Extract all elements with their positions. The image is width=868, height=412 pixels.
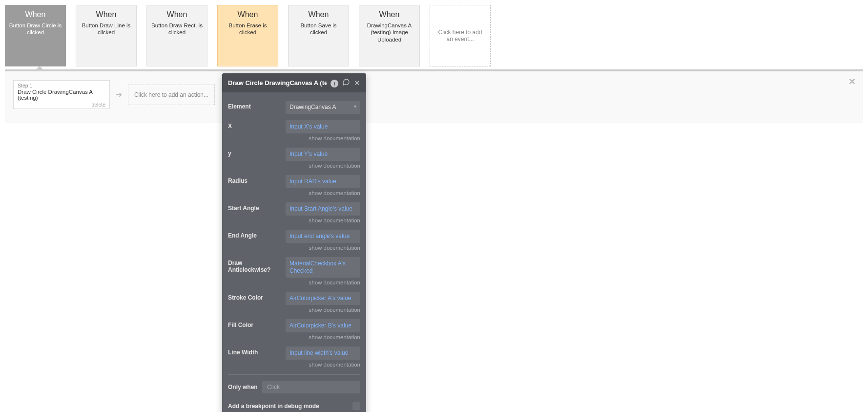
event-when-label: When [167,10,187,19]
event-when-label: When [25,10,46,19]
event-when-label: When [379,10,400,19]
event-card-draw-circle[interactable]: When Button Draw Circle is clicked [5,5,66,66]
property-panel-header[interactable]: Draw Circle DrawingCanvas A (te i ✕ [222,73,366,92]
property-row-x: X Input X's value show documentation [228,114,360,128]
step-draw-circle[interactable]: Step 1 Draw Circle DrawingCanvas A (test… [13,80,110,109]
event-desc: Button Save is clicked [291,22,346,36]
arrow-right-icon: ➔ [116,90,122,99]
event-when-label: When [238,10,258,19]
property-row-element: Element DrawingCanvas A [228,94,360,114]
property-panel: Draw Circle DrawingCanvas A (te i ✕ Elem… [222,73,366,128]
events-row: When Button Draw Circle is clicked When … [5,5,863,66]
event-desc: Button Draw Rect. is clicked [150,22,204,36]
event-card-draw-rect[interactable]: When Button Draw Rect. is clicked [146,5,207,66]
event-desc: Button Draw Circle is clicked [8,22,62,36]
event-desc: Button Erase is clicked [221,22,275,36]
add-event-card[interactable]: Click here to add an event... [430,5,491,66]
element-select[interactable]: DrawingCanvas A [286,101,360,114]
x-value-field[interactable]: Input X's value [286,120,360,128]
event-when-label: When [309,10,329,19]
event-card-draw-line[interactable]: When Button Draw Line is clicked [76,5,137,66]
info-icon[interactable]: i [331,79,338,87]
property-panel-body: Element DrawingCanvas A X Input X's valu… [222,92,366,128]
close-icon[interactable]: ✕ [354,79,360,87]
step-title: Draw Circle DrawingCanvas A (testing) [18,89,105,101]
event-card-erase[interactable]: When Button Erase is clicked [217,5,278,66]
step-delete-link[interactable]: delete [18,102,105,108]
add-action-box[interactable]: Click here to add an action... [128,85,215,105]
event-desc: DrawingCanvas A (testing) Image Uploaded [362,22,416,43]
close-steps-icon[interactable]: ✕ [848,76,856,87]
event-card-save[interactable]: When Button Save is clicked [288,5,349,66]
event-when-label: When [96,10,117,19]
steps-row: Step 1 Draw Circle DrawingCanvas A (test… [5,71,863,123]
step-number-label: Step 1 [18,83,105,88]
event-desc: Button Draw Line is clicked [79,22,133,36]
add-action-label: Click here to add an action... [134,91,208,98]
property-label: Element [228,101,286,110]
property-label: X [228,120,286,128]
event-arrow-connector [36,66,43,70]
property-panel-title: Draw Circle DrawingCanvas A (te [228,79,327,87]
add-event-label: Click here to add an event... [435,29,485,43]
workflow-editor: When Button Draw Circle is clicked When … [0,0,868,128]
comment-icon[interactable] [342,78,350,87]
event-card-image-uploaded[interactable]: When DrawingCanvas A (testing) Image Upl… [359,5,420,66]
